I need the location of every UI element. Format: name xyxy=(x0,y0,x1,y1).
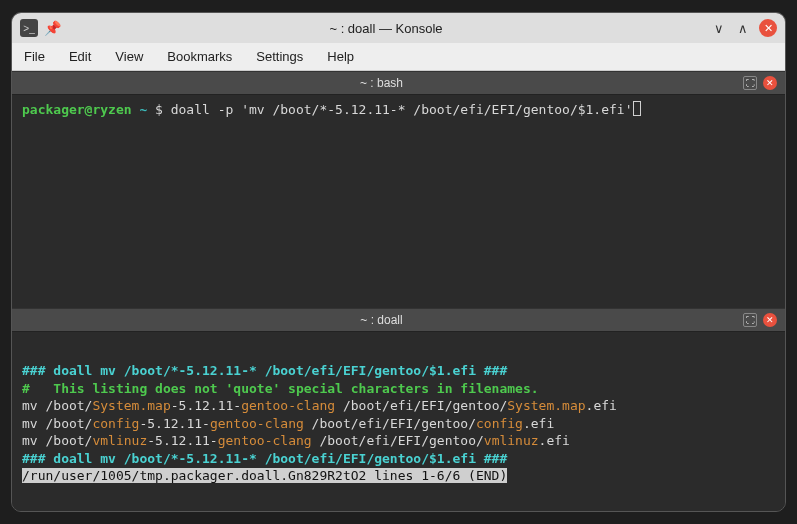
pane-title-bottom: ~ : doall xyxy=(20,313,743,327)
menubar: File Edit View Bookmarks Settings Help xyxy=(12,43,785,71)
menu-view[interactable]: View xyxy=(115,49,143,64)
command-input: doall -p 'mv /boot/*-5.12.11-* /boot/efi… xyxy=(171,102,633,117)
close-button[interactable]: ✕ xyxy=(759,19,777,37)
menu-edit[interactable]: Edit xyxy=(69,49,91,64)
pane-maximize-top-icon[interactable] xyxy=(743,76,757,90)
terminal-bottom[interactable]: ### doall mv /boot/*-5.12.11-* /boot/efi… xyxy=(12,332,785,511)
pager-status: /run/user/1005/tmp.packager.doall.Gn829R… xyxy=(22,468,507,483)
cursor-icon xyxy=(633,101,641,116)
list-item: mv /boot/vmlinuz-5.12.11-gentoo-clang /b… xyxy=(22,433,570,448)
prompt-symbol: $ xyxy=(155,102,163,117)
konsole-window: >_ 📌 ~ : doall — Konsole ✕ File Edit Vie… xyxy=(11,12,786,512)
prompt-path: ~ xyxy=(139,102,147,117)
menu-help[interactable]: Help xyxy=(327,49,354,64)
ftr-prefix: ### xyxy=(22,451,45,466)
hdr-prefix: ### xyxy=(22,363,45,378)
maximize-button[interactable] xyxy=(735,20,751,36)
window-title: ~ : doall — Konsole xyxy=(67,21,705,36)
app-icon: >_ xyxy=(20,19,38,37)
list-item: mv /boot/System.map-5.12.11-gentoo-clang… xyxy=(22,398,617,413)
pane-title-top: ~ : bash xyxy=(20,76,743,90)
titlebar[interactable]: >_ 📌 ~ : doall — Konsole ✕ xyxy=(12,13,785,43)
pane-header-top: ~ : bash ✕ xyxy=(12,71,785,95)
terminal-top[interactable]: packager@ryzen ~ $ doall -p 'mv /boot/*-… xyxy=(12,95,785,308)
list-item: mv /boot/config-5.12.11-gentoo-clang /bo… xyxy=(22,416,554,431)
ftr-cmd: doall mv /boot/*-5.12.11-* /boot/efi/EFI… xyxy=(53,451,476,466)
window-controls: ✕ xyxy=(711,19,777,37)
note-text: This listing does not 'quote' special ch… xyxy=(53,381,538,396)
note-hash: # xyxy=(22,381,30,396)
pane-header-bottom: ~ : doall ✕ xyxy=(12,308,785,332)
menu-settings[interactable]: Settings xyxy=(256,49,303,64)
pane-maximize-bottom-icon[interactable] xyxy=(743,313,757,327)
hdr-cmd: doall mv /boot/*-5.12.11-* /boot/efi/EFI… xyxy=(53,363,476,378)
menu-bookmarks[interactable]: Bookmarks xyxy=(167,49,232,64)
pane-close-top-icon[interactable]: ✕ xyxy=(763,76,777,90)
hdr-suffix: ### xyxy=(484,363,507,378)
ftr-suffix: ### xyxy=(484,451,507,466)
titlebar-left: >_ 📌 xyxy=(20,19,61,37)
split-bottom: ~ : doall ✕ ### doall mv /boot/*-5.12.11… xyxy=(12,308,785,511)
menu-file[interactable]: File xyxy=(24,49,45,64)
minimize-button[interactable] xyxy=(711,20,727,36)
pane-close-bottom-icon[interactable]: ✕ xyxy=(763,313,777,327)
pin-icon[interactable]: 📌 xyxy=(44,20,61,36)
prompt-user: packager@ryzen xyxy=(22,102,132,117)
